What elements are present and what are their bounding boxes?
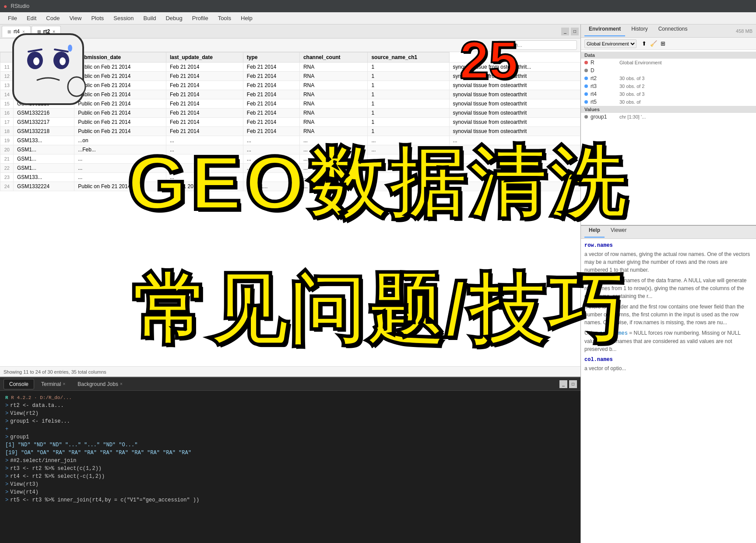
left-panel: ⊞ rt4 × ⊞ rt2 × _ □ bbox=[0, 25, 581, 543]
table-cell: RNA bbox=[299, 99, 368, 109]
env-item-rt3[interactable]: rt3 30 obs. of 2 bbox=[581, 82, 756, 90]
row-num-cell: 12 bbox=[0, 72, 14, 81]
table-cell: Feb 21 2014 bbox=[166, 118, 243, 127]
env-values-header: Values bbox=[581, 106, 756, 113]
table-cell: ... bbox=[368, 164, 449, 173]
env-item-group1[interactable]: group1 chr [1:30] '... bbox=[581, 113, 756, 121]
maximize-button[interactable]: □ bbox=[571, 28, 579, 35]
env-clear-icon[interactable]: 🧹 bbox=[650, 40, 657, 47]
menu-file[interactable]: File bbox=[4, 14, 21, 22]
menu-build[interactable]: Build bbox=[139, 14, 161, 22]
table-cell: 1 bbox=[368, 90, 449, 99]
table-cell: Public on Feb 21 2014 bbox=[74, 63, 166, 72]
code-1: rt2 <- data.ta... bbox=[10, 402, 63, 410]
env-tab-history[interactable]: History bbox=[627, 26, 652, 36]
menu-session[interactable]: Session bbox=[109, 14, 138, 22]
help-tab-help[interactable]: Help bbox=[584, 227, 605, 238]
table-cell: 1 bbox=[368, 63, 449, 72]
table-row[interactable]: 16GSM1332216Public on Feb 21 2014Feb 21 … bbox=[0, 109, 580, 118]
table-row[interactable]: 14GSM1332214Public on Feb 21 2014Feb 21 … bbox=[0, 90, 580, 99]
console-minimize-button[interactable]: _ bbox=[559, 380, 567, 388]
terminal-close-icon[interactable]: × bbox=[63, 382, 65, 386]
table-cell: ... bbox=[299, 136, 368, 145]
console-maximize-button[interactable]: □ bbox=[569, 380, 577, 388]
help-tab-viewer[interactable]: Viewer bbox=[606, 227, 631, 238]
env-select[interactable]: Global Environment bbox=[584, 39, 636, 48]
table-cell: ... bbox=[299, 164, 368, 173]
row-num-cell: 24 bbox=[0, 182, 14, 191]
console-tab-console[interactable]: Console bbox=[4, 379, 34, 389]
env-item-r[interactable]: R Global Environment bbox=[581, 59, 756, 67]
output-1: [1] "ND" "ND" "ND" "..." "..." "ND" "O..… bbox=[5, 441, 137, 449]
env-name-d: D bbox=[591, 67, 617, 74]
prompt-6: > bbox=[5, 457, 8, 465]
col-last-update-date[interactable]: last_update_date bbox=[166, 53, 243, 63]
table-row[interactable]: 11Public on Feb 21 2014Feb 21 2014Feb 21… bbox=[0, 63, 580, 72]
table-cell: RNA bbox=[299, 63, 368, 72]
help-desc-3: If there is a header and the first row c… bbox=[584, 303, 752, 326]
prompt-4: + bbox=[5, 425, 8, 433]
col-submission-date[interactable]: submission_date bbox=[74, 53, 166, 63]
tab-rt2[interactable]: ⊞ rt2 × bbox=[32, 26, 61, 37]
table-cell: ... bbox=[449, 145, 580, 154]
table-row[interactable]: 20GSM1......Feb.................. bbox=[0, 145, 580, 154]
env-dot-rt5 bbox=[584, 100, 588, 104]
env-tab-connections[interactable]: Connections bbox=[654, 26, 692, 36]
table-row[interactable]: 13GSM1332213Public on Feb 21 2014Feb 21 … bbox=[0, 81, 580, 90]
tab-rt2-label: rt2 bbox=[43, 28, 50, 35]
env-dot-r bbox=[584, 61, 588, 64]
env-item-rt2[interactable]: rt2 30 obs. of 3 bbox=[581, 74, 756, 82]
env-item-rt5[interactable]: rt5 30 obs. of bbox=[581, 98, 756, 106]
env-item-d[interactable]: D bbox=[581, 67, 756, 74]
table-cell: Feb 21 2014 bbox=[243, 63, 299, 72]
editor-tab-bar: ⊞ rt4 × ⊞ rt2 × _ □ bbox=[0, 25, 580, 39]
col-channel-count[interactable]: channel_count bbox=[299, 53, 368, 63]
data-table: status submission_date last_update_date … bbox=[0, 52, 580, 191]
col-status[interactable]: status bbox=[14, 53, 74, 63]
env-grid-icon[interactable]: ⊞ bbox=[661, 40, 665, 47]
menu-profile[interactable]: Profile bbox=[188, 14, 213, 22]
row-num-cell: 11 bbox=[0, 63, 14, 72]
table-row[interactable]: 21GSM1..................... bbox=[0, 154, 580, 164]
table-row[interactable]: 19GSM133......on............... bbox=[0, 136, 580, 145]
menu-debug[interactable]: Debug bbox=[161, 14, 186, 22]
menu-view[interactable]: View bbox=[65, 14, 86, 22]
search-input[interactable] bbox=[498, 40, 577, 50]
col-type[interactable]: type bbox=[243, 53, 299, 63]
env-import-icon[interactable]: ⬆ bbox=[642, 40, 647, 47]
table-cell: Public on Feb 21 2014 bbox=[74, 109, 166, 118]
table-cell: GSM1... bbox=[14, 164, 74, 173]
prompt-11: > bbox=[5, 496, 8, 504]
table-row[interactable]: 22GSM1..................... bbox=[0, 164, 580, 173]
prompt-8: > bbox=[5, 473, 8, 480]
menu-tools[interactable]: Tools bbox=[214, 14, 236, 22]
tab-rt4[interactable]: ⊞ rt4 × bbox=[2, 26, 31, 37]
menu-help[interactable]: Help bbox=[236, 14, 257, 22]
help-content[interactable]: row.names a vector of row names, giving … bbox=[581, 239, 756, 543]
table-cell: Feb 21 2014 bbox=[243, 99, 299, 109]
console-line-7: > rt3 <- rt2 %>% select(c(1,2)) bbox=[5, 465, 575, 473]
table-row[interactable]: 24GSM1332224Public on Feb 21 2014Feb 21 … bbox=[0, 182, 580, 191]
menu-code[interactable]: Code bbox=[42, 14, 64, 22]
table-cell: Feb 21 2014 bbox=[243, 90, 299, 99]
tab-rt2-close[interactable]: × bbox=[53, 29, 55, 34]
minimize-button[interactable]: _ bbox=[561, 28, 569, 35]
col-source-name[interactable]: source_name_ch1 bbox=[368, 53, 449, 63]
table-row[interactable]: 23GSM133..................... bbox=[0, 173, 580, 182]
menu-edit[interactable]: Edit bbox=[22, 14, 41, 22]
bgjobs-close-icon[interactable]: × bbox=[120, 382, 123, 386]
env-tab-environment[interactable]: Environment bbox=[584, 26, 625, 36]
data-table-scroll[interactable]: status submission_date last_update_date … bbox=[0, 52, 580, 366]
env-item-rt4[interactable]: rt4 30 obs. of 3 bbox=[581, 90, 756, 98]
console-content[interactable]: R R 4.2.2 · D:/R_do/... > rt2 <- data.ta… bbox=[0, 391, 580, 543]
console-tab-background[interactable]: Background Jobs × bbox=[72, 379, 128, 389]
menu-plots[interactable]: Plots bbox=[87, 14, 108, 22]
console-line-1: > rt2 <- data.ta... bbox=[5, 402, 575, 410]
table-row[interactable]: 17GSM1332217Public on Feb 21 2014Feb 21 … bbox=[0, 118, 580, 127]
table-row[interactable]: 15GSM1332215Public on Feb 21 2014Feb 21 … bbox=[0, 99, 580, 109]
table-row[interactable]: 18GSM1332218Public on Feb 21 2014Feb 21 … bbox=[0, 127, 580, 136]
console-tab-terminal[interactable]: Terminal × bbox=[36, 379, 70, 389]
table-cell: Public on Feb 21 2014 bbox=[74, 182, 166, 191]
tab-rt4-close[interactable]: × bbox=[22, 29, 25, 34]
table-row[interactable]: 12Public on Feb 21 2014Feb 21 2014Feb 21… bbox=[0, 72, 580, 81]
